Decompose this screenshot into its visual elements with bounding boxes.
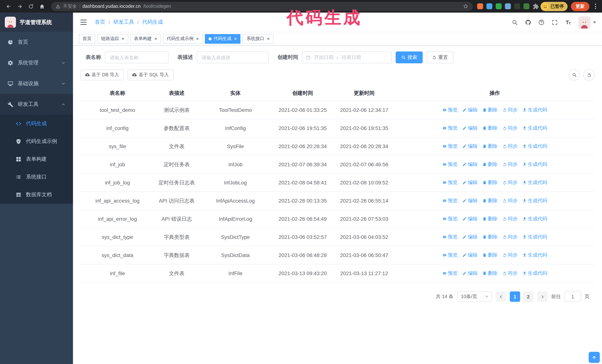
- generate-link[interactable]: 生成代码: [522, 143, 547, 150]
- generate-link[interactable]: 生成代码: [522, 197, 547, 204]
- sidebar-logo[interactable]: 芋道管理系统: [0, 13, 73, 32]
- generate-link[interactable]: 生成代码: [522, 233, 547, 241]
- people-extension-icon[interactable]: [505, 3, 511, 9]
- edit-link[interactable]: 编辑: [462, 106, 478, 114]
- table-name-input[interactable]: [105, 52, 169, 63]
- import-from-db-button[interactable]: 基于 DB 导入: [80, 69, 124, 80]
- preview-link[interactable]: 预览: [442, 106, 458, 114]
- browser-forward-button[interactable]: [15, 1, 24, 11]
- fullscreen-icon[interactable]: [552, 19, 558, 25]
- prev-page-button[interactable]: [496, 291, 506, 302]
- preview-link[interactable]: 预览: [442, 215, 458, 223]
- edit-link[interactable]: 编辑: [462, 125, 478, 132]
- tab-system-api[interactable]: 系统接口×: [243, 34, 273, 43]
- help-icon[interactable]: [538, 19, 545, 25]
- tab-home[interactable]: 首页: [79, 34, 95, 43]
- next-page-button[interactable]: [537, 291, 548, 302]
- edit-link[interactable]: 编辑: [462, 143, 478, 150]
- bookmark-star-icon[interactable]: [463, 4, 468, 9]
- generate-link[interactable]: 生成代码: [522, 125, 547, 132]
- tab-close-icon[interactable]: ×: [121, 36, 124, 41]
- delete-link[interactable]: 删除: [482, 233, 497, 241]
- address-bar[interactable]: 不安全 dashboard.yudao.iocoder.cn/tool/code…: [51, 2, 473, 11]
- browser-menu-icon[interactable]: [593, 4, 598, 9]
- delete-link[interactable]: 删除: [482, 215, 497, 223]
- browser-home-button[interactable]: [37, 1, 47, 11]
- orange-extension-icon[interactable]: [477, 3, 483, 9]
- preview-link[interactable]: 预览: [442, 233, 458, 241]
- edit-link[interactable]: 编辑: [462, 197, 478, 204]
- font-size-icon[interactable]: [565, 19, 571, 25]
- tab-close-icon[interactable]: ×: [267, 36, 270, 41]
- sidebar-item-infra[interactable]: 基础设施: [0, 73, 73, 94]
- preview-link[interactable]: 预览: [442, 179, 458, 186]
- delete-link[interactable]: 删除: [482, 179, 497, 186]
- refresh-table-button[interactable]: [583, 69, 595, 80]
- generate-link[interactable]: 生成代码: [522, 179, 547, 186]
- preview-link[interactable]: 预览: [442, 125, 458, 132]
- browser-back-button[interactable]: [4, 1, 13, 11]
- delete-link[interactable]: 删除: [482, 143, 497, 150]
- user-menu[interactable]: [578, 16, 596, 28]
- page-size-select[interactable]: 10条/页: [457, 291, 492, 302]
- preview-link[interactable]: 预览: [442, 197, 458, 204]
- browser-update-button[interactable]: 更新: [571, 2, 589, 11]
- tab-codegen[interactable]: 代码生成×: [205, 34, 241, 43]
- delete-link[interactable]: 删除: [482, 251, 497, 259]
- preview-link[interactable]: 预览: [442, 161, 458, 168]
- sidebar-subitem-codegen-example[interactable]: 代码生成示例: [0, 133, 73, 150]
- sync-link[interactable]: 同步: [502, 106, 517, 114]
- edit-link[interactable]: 编辑: [462, 215, 478, 223]
- edit-link[interactable]: 编辑: [462, 233, 478, 241]
- search-button[interactable]: 搜索: [396, 52, 423, 63]
- browser-reload-button[interactable]: [26, 1, 36, 11]
- generate-link[interactable]: 生成代码: [522, 106, 547, 114]
- reset-button[interactable]: 重置: [426, 52, 453, 63]
- delete-link[interactable]: 删除: [482, 197, 497, 204]
- github-icon[interactable]: [525, 19, 531, 25]
- sync-link[interactable]: 同步: [502, 251, 517, 259]
- blue-droplet-extension-icon[interactable]: [486, 3, 492, 9]
- delete-link[interactable]: 删除: [482, 125, 497, 132]
- tab-close-icon[interactable]: ×: [196, 36, 199, 41]
- sidebar-item-home[interactable]: 首页: [0, 32, 73, 52]
- green-circle-extension-icon[interactable]: [496, 3, 502, 9]
- breadcrumb-item[interactable]: 首页: [95, 19, 105, 26]
- tab-tracer[interactable]: 链路追踪×: [97, 34, 128, 43]
- back-to-top-button[interactable]: [589, 352, 600, 363]
- sidebar-subitem-form-builder[interactable]: 表单构建: [0, 150, 73, 168]
- tab-close-icon[interactable]: ×: [154, 36, 157, 41]
- sidebar-item-devtools[interactable]: 研发工具: [0, 94, 73, 115]
- sidebar-subitem-codegen[interactable]: 代码生成: [0, 115, 73, 133]
- delete-link[interactable]: 删除: [482, 106, 497, 114]
- sync-link[interactable]: 同步: [502, 179, 517, 186]
- page-button-2[interactable]: 2: [523, 291, 533, 302]
- edit-link[interactable]: 编辑: [462, 179, 478, 186]
- sync-link[interactable]: 同步: [502, 161, 517, 168]
- edit-link[interactable]: 编辑: [462, 161, 478, 168]
- preview-link[interactable]: 预览: [442, 270, 458, 277]
- sync-link[interactable]: 同步: [502, 143, 517, 150]
- toggle-search-button[interactable]: [569, 69, 580, 80]
- preview-link[interactable]: 预览: [442, 143, 458, 150]
- sync-link[interactable]: 同步: [502, 233, 517, 241]
- tab-codegen-example[interactable]: 代码生成示例×: [163, 34, 203, 43]
- sidebar-subitem-system-api[interactable]: 系统接口: [0, 168, 73, 186]
- generate-link[interactable]: 生成代码: [522, 215, 547, 223]
- generate-link[interactable]: 生成代码: [522, 161, 547, 168]
- generate-link[interactable]: 生成代码: [522, 251, 547, 259]
- sync-link[interactable]: 同步: [502, 197, 517, 204]
- breadcrumb-item[interactable]: 代码生成: [142, 19, 163, 26]
- search-icon[interactable]: [512, 19, 518, 25]
- puzzle-extension-icon[interactable]: [533, 3, 539, 10]
- breadcrumb-item[interactable]: 研发工具: [113, 19, 134, 26]
- green-plant-extension-icon[interactable]: [524, 3, 529, 9]
- table-desc-input[interactable]: [197, 52, 269, 63]
- delete-link[interactable]: 删除: [482, 270, 497, 277]
- sidebar-subitem-db-doc[interactable]: 数据库文档: [0, 186, 73, 204]
- not-secure-warning-icon[interactable]: [55, 4, 60, 9]
- create-time-range-picker[interactable]: 开始日期 - 结束日期: [302, 52, 392, 63]
- dark-leaf-extension-icon[interactable]: [514, 3, 520, 9]
- sync-link[interactable]: 同步: [502, 215, 517, 223]
- preview-link[interactable]: 预览: [442, 251, 458, 259]
